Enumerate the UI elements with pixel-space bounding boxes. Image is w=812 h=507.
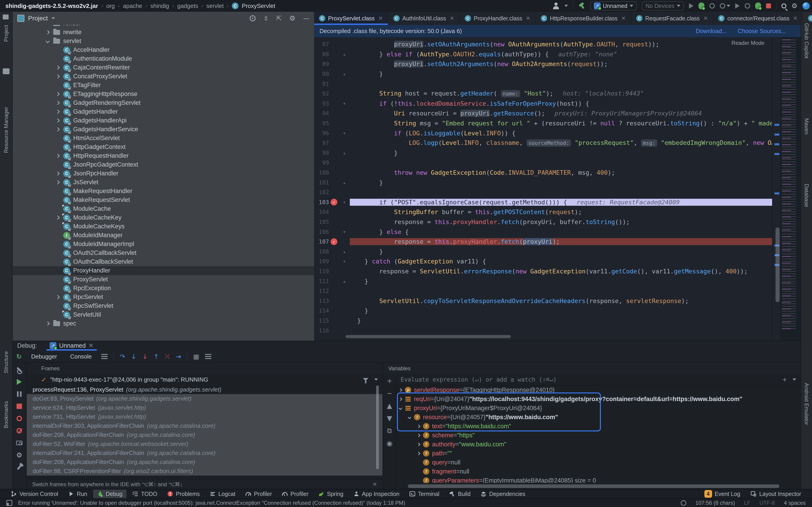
line-number[interactable]: 89	[314, 61, 329, 67]
chevron-right-icon[interactable]	[417, 425, 420, 428]
breadcrumb-item[interactable]: shindig-gadgets-2.5.2-wso2v2.jar	[5, 2, 98, 9]
tree-item-rpcswfservlet[interactable]: CRpcSwfServlet	[13, 301, 314, 310]
stripe-resource-manager-button[interactable]: Resource Manager	[3, 107, 9, 153]
run-profiler-button[interactable]	[735, 3, 740, 9]
add-watch-icon[interactable]: +	[387, 377, 392, 385]
frame-row[interactable]: processRequest:136, ProxyServlet(org.apa…	[27, 385, 383, 394]
variable-row-reqUri[interactable]: reqUri = {Uri@24047} "https://localhost:…	[396, 395, 801, 404]
stripe-github-copilot-button[interactable]: GitHub Copilot	[803, 23, 810, 58]
restart-button[interactable]	[709, 3, 715, 9]
line-number[interactable]: 97	[314, 139, 329, 146]
attach-debugger-button[interactable]	[755, 2, 761, 9]
tree-item-rewrite[interactable]: rewrite	[13, 28, 314, 37]
drop-frame-icon[interactable]: ⤬	[165, 353, 170, 360]
user-account-icon[interactable]	[553, 2, 559, 9]
fold-marker-icon[interactable]: ▾	[339, 131, 350, 135]
variable-row-resource[interactable]: fresource = {Uri@24057} "https://www.bai…	[396, 413, 801, 422]
tree-item-gadgetrenderingservlet[interactable]: CGadgetRenderingServlet	[13, 99, 314, 107]
chevron-right-icon[interactable]	[55, 295, 60, 299]
reader-mode-label[interactable]: Reader Mode	[731, 40, 764, 46]
vertical-scrollbar-thumb[interactable]	[775, 227, 779, 302]
tree-item-etagginghttpresponse[interactable]: CETaggingHttpResponse	[13, 90, 314, 99]
fold-marker-icon[interactable]: ▴	[339, 279, 350, 284]
tree-item-moduleidmanagerimpl[interactable]: CModuleIdManagerImpl	[13, 240, 314, 248]
breadcrumb-item[interactable]: org	[106, 2, 115, 9]
user-dropdown-icon[interactable]	[564, 5, 568, 7]
line-separator[interactable]: LF	[744, 500, 750, 506]
run-button[interactable]	[689, 3, 694, 9]
breadcrumb[interactable]: shindig-gadgets-2.5.2-wso2v2.jar›org›apa…	[5, 2, 275, 9]
editor-tab[interactable]: CProxyServlet.class✕	[314, 12, 388, 25]
chevron-down-icon[interactable]	[793, 379, 796, 381]
breadcrumb-item[interactable]: shindig	[150, 2, 169, 9]
tree-item-jsonrpcgadgetcontext[interactable]: CJsonRpcGadgetContext	[13, 160, 314, 169]
stop-icon[interactable]	[16, 403, 23, 410]
profile-dropdown[interactable]	[720, 3, 730, 9]
toolwindow-button-problems[interactable]: Problems	[163, 490, 204, 498]
indent-setting[interactable]: 4 spaces	[784, 500, 806, 506]
force-step-into-icon[interactable]: ↓	[142, 353, 148, 360]
move-up-icon[interactable]: ▲	[387, 402, 392, 410]
build-icon[interactable]	[578, 2, 585, 9]
line-number[interactable]: 92	[314, 90, 329, 97]
tree-item-modulecache[interactable]: CModuleCache	[13, 205, 314, 213]
frame-row[interactable]: doFilter:208, ApplicationFilterChain(org…	[27, 430, 383, 439]
close-icon[interactable]: ✕	[793, 15, 798, 21]
tree-item-modulecachekey[interactable]: CModuleCacheKey	[13, 213, 314, 222]
profiler-gauge-icon[interactable]	[745, 3, 750, 9]
collapse-all-icon[interactable]: ⇱	[276, 15, 282, 22]
close-icon[interactable]: ✕	[88, 342, 94, 349]
line-number[interactable]: 96	[314, 130, 329, 136]
tree-item-servletutil[interactable]: CServletUtil	[13, 310, 314, 319]
remove-watch-icon[interactable]: −	[387, 389, 392, 397]
run-configuration-select[interactable]: Unnamed	[590, 1, 637, 10]
chevron-right-icon[interactable]	[417, 452, 420, 455]
chevron-down-icon[interactable]	[408, 415, 411, 419]
chevron-right-icon[interactable]	[55, 127, 60, 131]
toolwindow-toggle-icon[interactable]	[6, 500, 12, 506]
tree-item-cajacontentrewriter[interactable]: CCajaContentRewriter	[13, 63, 314, 72]
tree-item-jsservlet[interactable]: CJsServlet	[13, 178, 314, 187]
line-number[interactable]: 102	[314, 189, 329, 195]
toolwindow-button-spring[interactable]: Spring	[314, 490, 347, 498]
tree-item-concatproxyservlet[interactable]: CConcatProxyServlet	[13, 72, 314, 81]
line-number[interactable]: 88	[314, 51, 329, 57]
line-number[interactable]: 108	[314, 248, 329, 255]
line-number[interactable]: 91	[314, 80, 329, 87]
toolwindow-button-version-control[interactable]: Version Control	[7, 490, 62, 498]
chevron-right-icon[interactable]	[417, 443, 420, 446]
stripe-database-button[interactable]: Database	[803, 184, 810, 207]
tree-item-rpcexception[interactable]: CRpcException	[13, 284, 314, 293]
step-out-icon[interactable]: ↑	[153, 353, 159, 360]
stripe-structure-button[interactable]: Structure	[3, 351, 9, 373]
variable-row-text[interactable]: ftext = "https://www.baidu.com"	[396, 422, 801, 431]
debug-button[interactable]	[699, 2, 704, 9]
chevron-right-icon[interactable]	[55, 101, 60, 105]
close-icon[interactable]: ✕	[703, 15, 708, 21]
frame-row[interactable]: service:624, HttpServlet(javax.servlet.h…	[27, 403, 383, 412]
toolwindow-button-debug[interactable]: Debug	[93, 490, 126, 498]
folder-icon[interactable]	[3, 68, 9, 74]
thread-selector[interactable]: ✓ "http-nio-9443-exec-17"@24,006 in grou…	[27, 374, 383, 385]
tree-item-etagfilter[interactable]: CETagFilter	[13, 81, 314, 90]
chevron-down-icon[interactable]	[399, 406, 402, 410]
stripe-maven-button[interactable]: Maven	[803, 118, 810, 134]
close-icon[interactable]: ✕	[378, 15, 383, 21]
frame-row[interactable]: internalDoFilter:303, ApplicationFilterC…	[27, 421, 383, 430]
line-number[interactable]: 99	[314, 159, 329, 166]
tree-item-makerequestservlet[interactable]: CMakeRequestServlet	[13, 195, 314, 205]
breadcrumb-item[interactable]: apache	[123, 2, 142, 9]
tree-item-moduleidmanager[interactable]: IModuleIdManager	[13, 231, 314, 240]
tree-item-spec[interactable]: spec	[13, 319, 314, 328]
tree-item-jsonrpchandler[interactable]: CJsonRpcHandler	[13, 169, 314, 178]
chevron-right-icon[interactable]	[55, 171, 60, 175]
toolwindow-button-dependencies[interactable]: Dependencies	[476, 490, 529, 498]
line-number[interactable]: 116	[314, 327, 329, 334]
chevron-down-icon[interactable]	[374, 379, 378, 381]
tree-item-httpgadgetcontext[interactable]: CHttpGadgetContext	[13, 143, 314, 152]
line-number[interactable]: 110	[314, 268, 329, 275]
debug-settings-icon[interactable]	[205, 354, 211, 355]
tree-item-accelhandler[interactable]: CAccelHandler	[13, 46, 314, 54]
frame-row[interactable]: doFilter:208, ApplicationFilterChain(org…	[27, 457, 383, 466]
line-number[interactable]: 90	[314, 71, 329, 77]
